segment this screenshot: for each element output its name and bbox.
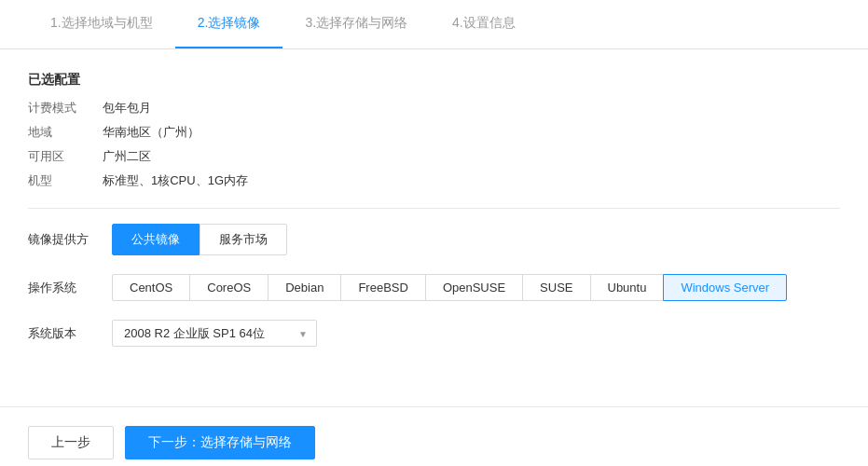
region-label: 地域 xyxy=(28,124,103,141)
version-row: 系统版本 2008 R2 企业版 SP1 64位 2012 R2 数据中心版 6… xyxy=(28,320,840,347)
os-ubuntu[interactable]: Ubuntu xyxy=(590,274,665,301)
os-freebsd[interactable]: FreeBSD xyxy=(340,274,425,301)
os-windows[interactable]: Windows Server xyxy=(663,274,787,301)
instance-label: 机型 xyxy=(28,172,103,189)
config-row-billing: 计费模式 包年包月 xyxy=(28,100,840,116)
step-2[interactable]: 2.选择镜像 xyxy=(175,0,283,48)
os-suse[interactable]: SUSE xyxy=(522,274,590,301)
billing-value: 包年包月 xyxy=(103,100,151,116)
step-3[interactable]: 3.选择存储与网络 xyxy=(282,0,430,48)
os-debian[interactable]: Debian xyxy=(268,274,341,301)
version-label: 系统版本 xyxy=(28,325,112,342)
next-button[interactable]: 下一步：选择存储与网络 xyxy=(125,426,315,459)
zone-label: 可用区 xyxy=(28,148,103,165)
os-coreos[interactable]: CoreOS xyxy=(189,274,269,301)
steps-header: 1.选择地域与机型 2.选择镜像 3.选择存储与网络 4.设置信息 xyxy=(0,0,868,49)
os-centos[interactable]: CentOS xyxy=(112,274,190,301)
back-button[interactable]: 上一步 xyxy=(28,426,114,459)
config-row-region: 地域 华南地区（广州） xyxy=(28,124,840,141)
version-select-wrapper: 2008 R2 企业版 SP1 64位 2012 R2 数据中心版 64位 20… xyxy=(112,320,317,347)
step-1[interactable]: 1.选择地域与机型 xyxy=(28,0,175,48)
footer-actions: 上一步 下一步：选择存储与网络 xyxy=(0,406,868,466)
os-opensuse[interactable]: OpenSUSE xyxy=(425,274,523,301)
market-image-btn[interactable]: 服务市场 xyxy=(200,224,287,255)
os-label: 操作系统 xyxy=(28,280,112,296)
image-provider-group: 公共镜像 服务市场 xyxy=(112,224,287,255)
public-image-btn[interactable]: 公共镜像 xyxy=(112,224,200,255)
zone-value: 广州二区 xyxy=(103,148,151,165)
billing-label: 计费模式 xyxy=(28,100,103,116)
instance-value: 标准型、1核CPU、1G内存 xyxy=(103,172,248,189)
step-4[interactable]: 4.设置信息 xyxy=(430,0,538,48)
os-tabs: CentOS CoreOS Debian FreeBSD OpenSUSE SU… xyxy=(112,274,786,301)
config-title: 已选配置 xyxy=(28,72,840,89)
os-row: 操作系统 CentOS CoreOS Debian FreeBSD OpenSU… xyxy=(28,274,840,301)
config-row-instance: 机型 标准型、1核CPU、1G内存 xyxy=(28,172,840,189)
image-provider-label: 镜像提供方 xyxy=(28,231,112,248)
config-row-zone: 可用区 广州二区 xyxy=(28,148,840,165)
version-select[interactable]: 2008 R2 企业版 SP1 64位 2012 R2 数据中心版 64位 20… xyxy=(112,320,317,347)
region-value: 华南地区（广州） xyxy=(103,124,200,141)
image-provider-row: 镜像提供方 公共镜像 服务市场 xyxy=(28,224,840,255)
divider xyxy=(28,208,840,209)
page-container: 1.选择地域与机型 2.选择镜像 3.选择存储与网络 4.设置信息 已选配置 计… xyxy=(0,0,868,466)
main-content: 已选配置 计费模式 包年包月 地域 华南地区（广州） 可用区 广州二区 机型 标… xyxy=(0,49,868,388)
config-section: 已选配置 计费模式 包年包月 地域 华南地区（广州） 可用区 广州二区 机型 标… xyxy=(28,72,840,189)
